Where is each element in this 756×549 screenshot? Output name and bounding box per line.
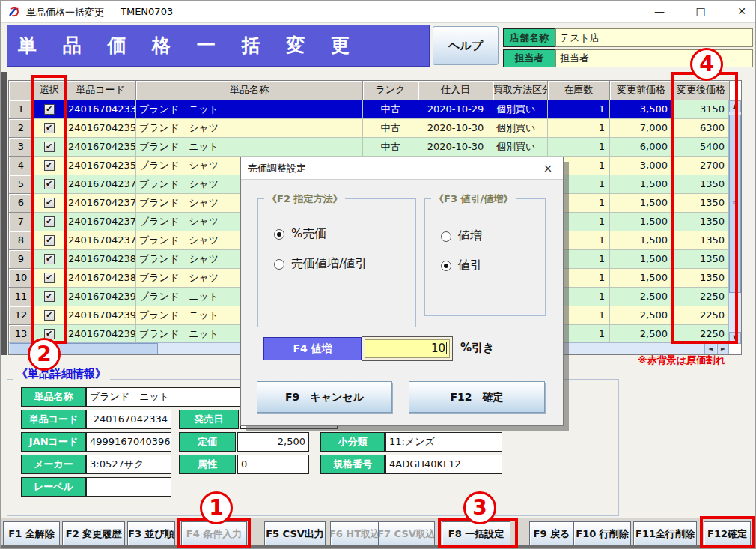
percent-input[interactable]: 10 (365, 339, 450, 358)
radio-price-updown[interactable]: 売価値増/値引 (274, 256, 367, 272)
table-cell: ブランド シャツ (136, 119, 363, 138)
radio-discount[interactable]: 値引 (441, 258, 482, 273)
checkbox-cell: ✔ (34, 175, 65, 194)
app-window: 単品価格一括変更 TMEN0703 — □ ✕ 単 品 価 格 一 括 変 更 … (0, 0, 756, 549)
checkbox-cell: ✔ (34, 213, 65, 231)
checkbox-cell: ✔ (34, 100, 65, 119)
row-checkbox[interactable]: ✔ (44, 160, 55, 171)
row-checkbox[interactable]: ✔ (44, 273, 55, 283)
subclass-field: 11:メンズ (385, 432, 502, 452)
scroll-left-icon[interactable]: ◄ (704, 343, 716, 354)
row-checkbox[interactable]: ✔ (44, 198, 55, 208)
table-cell: 240167042396 (65, 288, 136, 306)
fkey-button-f8[interactable]: F8 一括設定 (442, 521, 510, 546)
table-row[interactable]: 1✔240167042334ブランド ニット中古2020-10-29個別買い13… (9, 100, 741, 119)
scroll-right-icon[interactable]: ► (717, 343, 729, 354)
fkey-button-f11[interactable]: F11全行削除 (633, 521, 697, 546)
radio-on-icon (441, 261, 451, 271)
row-checkbox[interactable]: ✔ (44, 216, 55, 227)
table-cell: 240167042376 (65, 194, 136, 213)
fkey-button-f2[interactable]: F2 変更履歴 (62, 521, 125, 546)
cancel-button[interactable]: F9 キャンセル (257, 381, 392, 413)
page-title: 単 品 価 格 一 括 変 更 (7, 25, 430, 67)
left-edge-shadow (1, 72, 7, 355)
dialog-close-icon[interactable]: × (539, 160, 557, 177)
table-cell: 2250 (673, 325, 730, 344)
close-button[interactable]: ✕ (725, 1, 756, 22)
staff-label: 担当者 (503, 49, 555, 67)
item-code-label: 単品コード (21, 410, 86, 429)
table-cell: 2020-10-29 (418, 100, 493, 119)
table-row[interactable]: 3✔240167042357ブランド ニット中古2020-10-30個別買い16… (9, 138, 741, 157)
vertical-scrollbar[interactable]: ▲ ≡ ▼ (728, 100, 741, 344)
release-date-label: 発売日 (179, 410, 239, 429)
table-cell: 1,500 (610, 194, 673, 213)
record-label-field (86, 477, 171, 497)
row-checkbox[interactable]: ✔ (44, 254, 55, 264)
column-header: 在庫数 (548, 81, 610, 100)
row-checkbox[interactable]: ✔ (44, 179, 55, 189)
store-name-label: 店舗名称 (503, 28, 555, 47)
checkbox-cell: ✔ (34, 325, 65, 344)
table-cell: 1350 (673, 269, 730, 288)
table-cell: 中古 (363, 119, 418, 138)
column-header: 単品名称 (136, 81, 363, 100)
row-checkbox[interactable]: ✔ (44, 291, 55, 302)
fkey-button-f9[interactable]: F9 戻る (529, 521, 574, 546)
row-number-cell: 9 (9, 250, 34, 269)
store-name-field: テスト店 (555, 28, 753, 47)
table-cell: 個別買い (493, 100, 548, 119)
row-checkbox[interactable]: ✔ (44, 104, 55, 115)
row-number-cell: 13 (9, 325, 34, 344)
column-header: 選択 (34, 81, 65, 100)
row-checkbox[interactable]: ✔ (44, 235, 55, 246)
radio-off-icon (441, 231, 451, 242)
checkbox-cell: ✔ (34, 269, 65, 288)
radio-increase[interactable]: 値増 (441, 228, 482, 244)
table-cell: 2700 (673, 157, 730, 175)
help-button[interactable]: ヘルプ (433, 26, 499, 65)
fkey-button-f3[interactable]: F3 並び順 (127, 521, 175, 546)
list-price-label: 定価 (179, 432, 236, 452)
row-number-cell: 11 (9, 288, 34, 306)
column-header: 変更前価格 (610, 81, 673, 100)
table-cell: 240167042381 (65, 269, 136, 288)
maker-field: 3:0527サク (86, 455, 171, 474)
row-checkbox[interactable]: ✔ (44, 123, 55, 133)
row-checkbox[interactable]: ✔ (44, 310, 55, 321)
table-cell: 240167042359 (65, 157, 136, 175)
price-adjust-dialog: 売価調整設定 × 《F2 指定方法》 %売価 売価値増/値引 《F3 値引/値増… (240, 157, 564, 426)
confirm-button[interactable]: F12 確定 (409, 381, 545, 413)
title-bar: 単品価格一括変更 TMEN0703 — □ ✕ (1, 1, 756, 23)
table-row[interactable]: 2✔240167042356ブランド シャツ中古2020-10-30個別買い17… (9, 119, 741, 138)
table-cell: 2,500 (610, 306, 673, 325)
row-number-cell: 8 (9, 231, 34, 250)
column-header: 変更後価格 (673, 81, 730, 100)
horizontal-scroll-thumb[interactable] (10, 343, 158, 354)
row-checkbox[interactable]: ✔ (44, 142, 55, 152)
minimize-button[interactable]: — (643, 1, 676, 22)
checkbox-cell: ✔ (34, 157, 65, 175)
checkbox-cell: ✔ (34, 231, 65, 250)
fkey-button-f10[interactable]: F10 行削除 (573, 521, 631, 546)
maker-label: メーカー (21, 455, 86, 474)
vertical-scroll-thumb[interactable]: ≡ (729, 115, 741, 293)
table-cell: 1 (548, 138, 610, 157)
row-checkbox[interactable]: ✔ (44, 329, 55, 339)
radio-percent-price[interactable]: %売価 (274, 226, 326, 242)
fkey-button-f1[interactable]: F1 全解除 (3, 521, 60, 546)
row-number-cell: 7 (9, 213, 34, 231)
table-cell: 5400 (673, 138, 730, 157)
scroll-up-icon[interactable]: ▲ (729, 100, 741, 112)
jan-code-label: JANコード (21, 432, 86, 452)
fkey-button-f5[interactable]: F5 CSV出力 (264, 521, 326, 546)
item-code-field: 240167042334 (86, 410, 171, 429)
table-cell: 1350 (673, 194, 730, 213)
fkey-button-f12[interactable]: F12確定 (704, 521, 751, 546)
maximize-button[interactable]: □ (684, 1, 717, 22)
list-price-field: 2,500 (237, 432, 309, 452)
scroll-down-icon[interactable]: ▼ (729, 332, 741, 344)
table-cell: 1350 (673, 250, 730, 269)
table-cell: 240167042397 (65, 306, 136, 325)
table-cell: 2250 (673, 306, 730, 325)
